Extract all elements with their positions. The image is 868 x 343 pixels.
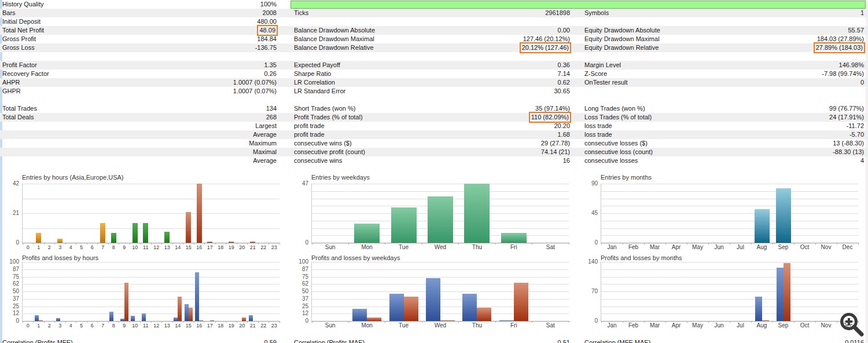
bar — [755, 209, 770, 243]
chart-title: Profits and losses by months — [601, 254, 682, 261]
stat-label: profit trade — [294, 130, 325, 139]
history-quality-progress-bar — [290, 1, 866, 9]
stat-label: Ticks — [294, 9, 308, 17]
x-axis-label: 20 — [237, 322, 248, 329]
y-axis-tick: 62 — [289, 281, 308, 287]
x-axis-label: 12 — [151, 322, 162, 329]
x-axis-label: Fri — [495, 322, 532, 329]
bar — [440, 320, 455, 322]
stat-cell: Total Deals268 — [0, 113, 289, 122]
x-axis-label: 15 — [183, 244, 194, 251]
stat-cell: Correlation (Profits MAE)0.51 — [289, 338, 579, 343]
y-axis-tick: 70 — [578, 289, 598, 294]
stat-label: consecutive wins — [294, 156, 342, 165]
stat-cell: Short Trades (won %)35 (97.14%) — [289, 104, 579, 113]
x-axis-label: 1 — [34, 244, 45, 251]
stat-label: Margin Level — [584, 61, 621, 70]
y-axis-tick: 21 — [0, 210, 19, 216]
stat-value: 480.00 — [257, 17, 277, 26]
y-axis-tick: 100 — [0, 259, 19, 265]
x-axis-label: 13 — [162, 322, 173, 329]
x-axis-label: 22 — [258, 322, 269, 329]
stat-label: Short Trades (won %) — [294, 104, 355, 113]
stat-row: Total Net Profit48.09Balance Drawdown Ab… — [0, 26, 868, 35]
stat-value: -7.98 (99.74%) — [822, 70, 864, 78]
stat-label: Z-Score — [584, 70, 607, 78]
bar — [352, 309, 367, 321]
x-axis-label: Mar — [644, 244, 665, 251]
stat-label: Equity Drawdown Relative — [584, 43, 659, 52]
x-axis-label: 17 — [205, 322, 216, 329]
stat-cell: Average — [0, 130, 289, 139]
chart-entries-by-weekdays: Entries by weekdays470SunMonTueWedThuFri… — [289, 170, 577, 252]
stat-value: 24 (17.91%) — [829, 113, 864, 122]
y-axis-tick: 47 — [289, 181, 308, 187]
stat-label: Equity Drawdown Absolute — [584, 26, 660, 35]
stat-cell: Profit Factor1.35 — [0, 61, 289, 70]
x-axis-label: 11 — [141, 244, 152, 251]
x-axis-label: 17 — [205, 244, 216, 251]
stat-value: 55.57 — [848, 26, 864, 35]
plot-area: 90450JanFebMarAprMayJunJulAugSepOctNovDe… — [601, 184, 858, 243]
stat-value: 1.0007 (0.07%) — [233, 78, 277, 87]
x-axis-label: 13 — [162, 244, 173, 251]
stat-label: Long Trades (won %) — [584, 104, 645, 113]
y-axis-tick: 37 — [0, 296, 19, 302]
bar — [391, 207, 417, 243]
chart-profits-losses-by-months: Profits and losses by months140700JanFeb… — [579, 253, 866, 335]
stat-cell: Bars2008 — [0, 9, 289, 17]
stat-label: Symbols — [584, 9, 609, 17]
stat-cell: Average — [0, 156, 289, 165]
y-axis-tick: 42 — [0, 181, 19, 187]
x-axis-label: 19 — [226, 244, 237, 251]
x-axis-label: Oct — [794, 322, 815, 329]
x-axis-label: Tue — [385, 244, 422, 251]
y-axis-tick: 0 — [289, 240, 308, 246]
bar — [784, 263, 790, 321]
bar — [39, 320, 43, 322]
stat-cell: Recovery Factor0.26 — [0, 70, 289, 78]
y-axis-tick: 0 — [0, 240, 19, 246]
stat-label: consecutive losses ($) — [584, 139, 648, 148]
x-axis-label: 2 — [44, 244, 55, 251]
stat-cell: profit trade1.68 — [289, 130, 579, 139]
bar — [354, 224, 380, 243]
stat-value: 99 (76.77%) — [829, 104, 864, 113]
x-axis-label: 5 — [76, 244, 87, 251]
x-axis-label: 1 — [34, 322, 45, 329]
stat-value: 20.20 — [554, 122, 570, 130]
bar — [462, 294, 477, 321]
stat-label: Expected Payoff — [294, 61, 340, 70]
chart-title: Entries by months — [601, 174, 652, 181]
bar — [185, 304, 189, 321]
x-axis-label: Jun — [708, 244, 730, 251]
bar — [111, 233, 116, 243]
stat-value: 134 — [266, 104, 277, 113]
x-axis-label: 19 — [226, 322, 237, 329]
x-axis-label: 0 — [23, 322, 34, 329]
stat-label: consecutive loss (count) — [584, 148, 653, 156]
chart-entries-by-hours: Entries by hours (Asia,Europe,USA)422100… — [0, 170, 288, 252]
x-axis-label: 10 — [130, 244, 141, 251]
zoom-in-icon[interactable] — [838, 311, 866, 338]
stat-cell: Equity Drawdown Absolute55.57 — [579, 26, 868, 35]
x-axis-label: 7 — [98, 322, 109, 329]
x-axis-label: 6 — [87, 322, 98, 329]
x-axis-label: 16 — [194, 322, 205, 329]
bar — [35, 315, 39, 321]
x-axis-label: Jan — [601, 244, 623, 251]
x-axis-label: Jun — [708, 322, 730, 329]
bar — [195, 272, 199, 321]
stat-row: Gross Profit184.84Balance Drawdown Maxim… — [0, 35, 868, 43]
stat-cell: consecutive wins ($)29 (27.78) — [289, 139, 579, 148]
stat-label: Gross Loss — [2, 43, 35, 52]
stat-cell: consecutive losses4 — [579, 156, 868, 165]
y-axis-tick: 0 — [578, 318, 598, 324]
stat-label: LR Standard Error — [294, 87, 345, 96]
bar — [242, 318, 246, 321]
chart-title: Entries by weekdays — [311, 174, 370, 181]
x-axis-label: 9 — [119, 244, 130, 251]
stat-cell: Sharpe Ratio7.14 — [289, 70, 579, 78]
stat-value: 74.14 (21) — [541, 148, 570, 156]
stat-label: History Quality — [2, 0, 44, 9]
